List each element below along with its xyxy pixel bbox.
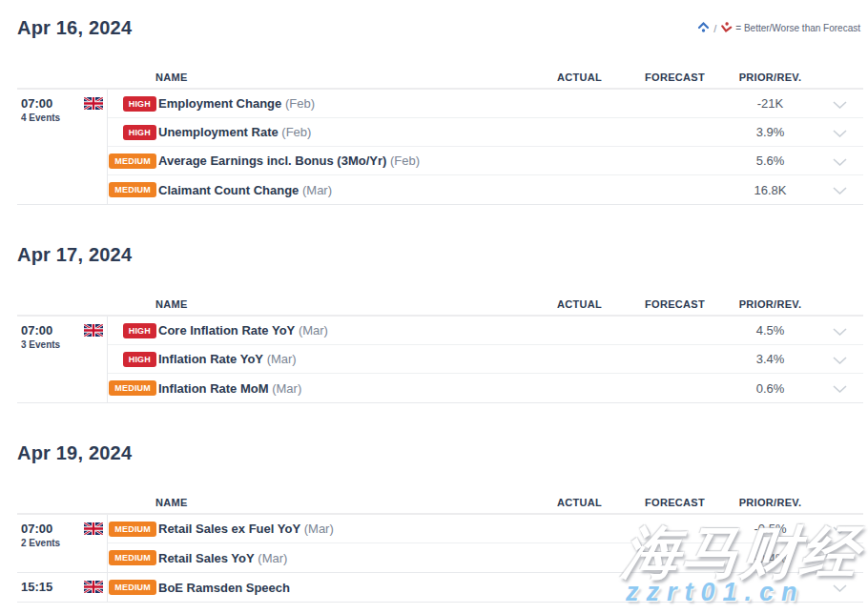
expand-row-button[interactable] — [816, 351, 863, 368]
col-name: NAME — [17, 72, 534, 83]
prior-value: -0.5% — [725, 522, 816, 536]
prior-value: 3.9% — [725, 125, 816, 139]
time-group: 07:00 4 Events HIGH Employment Change (F… — [17, 90, 863, 205]
uk-flag-icon — [84, 522, 103, 535]
event-row[interactable]: MEDIUM Claimant Count Change (Mar) 16.8K — [108, 175, 863, 204]
col-name: NAME — [17, 497, 534, 508]
time-cell: 15:15 — [17, 573, 108, 602]
event-row[interactable]: HIGH Employment Change (Feb) -21K — [108, 90, 863, 118]
event-row[interactable]: HIGH Unemployment Rate (Feb) 3.9% — [108, 118, 863, 147]
time-cell: 07:00 4 Events — [17, 90, 108, 204]
event-row[interactable]: HIGH Core Inflation Rate YoY (Mar) 4.5% — [108, 317, 863, 345]
expand-row-button[interactable] — [816, 579, 863, 596]
table-header-row: NAME ACTUAL FORECAST PRIOR/REV. — [17, 293, 863, 317]
badge-slot: HIGH — [112, 96, 156, 112]
chevron-down-icon — [833, 521, 847, 538]
chevron-down-icon — [833, 322, 847, 339]
badge-slot: MEDIUM — [112, 380, 156, 396]
event-name-cell: Inflation Rate MoM (Mar) — [158, 381, 534, 396]
event-period: (Feb) — [285, 96, 315, 111]
expand-row-button[interactable] — [816, 181, 863, 198]
prior-value: 16.8K — [725, 183, 816, 197]
col-actual: ACTUAL — [534, 298, 625, 310]
event-period: (Mar) — [258, 551, 287, 565]
events-count: 3 Events — [21, 339, 107, 350]
chevron-down-icon — [833, 379, 847, 397]
event-name-cell: Retail Sales YoY (Mar) — [158, 551, 534, 565]
events-count: 4 Events — [21, 113, 107, 123]
prior-value: 3.4% — [725, 352, 816, 366]
event-row[interactable]: MEDIUM BoE Ramsden Speech — [108, 573, 863, 602]
event-row[interactable]: HIGH Inflation Rate YoY (Mar) 3.4% — [108, 345, 863, 374]
col-prior: PRIOR/REV. — [725, 298, 816, 310]
time-group: 07:00 3 Events HIGH Core Inflation Rate … — [17, 317, 863, 403]
chevron-down-icon — [833, 124, 847, 141]
time-group: 15:15 MEDIUM BoE Ramsden Speech — [17, 573, 863, 603]
col-prior: PRIOR/REV. — [725, 497, 816, 508]
badge-slot: MEDIUM — [112, 550, 156, 565]
table-body: 07:00 2 Events MEDIUM Retail Sales ex Fu… — [17, 515, 863, 603]
importance-badge: MEDIUM — [109, 580, 156, 595]
importance-badge: HIGH — [123, 125, 156, 140]
event-period: (Mar) — [272, 381, 301, 396]
expand-row-button[interactable] — [816, 124, 863, 141]
section-date: Apr 17, 2024 — [17, 244, 868, 266]
event-name-cell: Inflation Rate YoY (Mar) — [158, 352, 534, 366]
prior-value: 4.5% — [725, 323, 816, 338]
chevron-down-icon — [833, 181, 847, 198]
event-name: Inflation Rate MoM — [158, 381, 269, 396]
col-prior: PRIOR/REV. — [725, 72, 816, 83]
legend: / = Better/Worse than Forecast — [697, 21, 860, 35]
badge-slot: HIGH — [112, 125, 156, 140]
worse-than-forecast-icon — [719, 20, 734, 36]
expand-row-button[interactable] — [816, 322, 863, 339]
prior-value: 5.6% — [725, 154, 816, 168]
event-row[interactable]: MEDIUM Average Earnings incl. Bonus (3Mo… — [108, 147, 863, 175]
badge-slot: HIGH — [112, 352, 156, 367]
expand-row-button[interactable] — [816, 379, 863, 397]
badge-slot: HIGH — [112, 323, 156, 338]
event-name-cell: Claimant Count Change (Mar) — [158, 183, 534, 197]
event-row[interactable]: MEDIUM Retail Sales ex Fuel YoY (Mar) -0… — [108, 515, 863, 543]
table-body: 07:00 3 Events HIGH Core Inflation Rate … — [17, 317, 863, 403]
expand-row-button[interactable] — [816, 95, 863, 113]
table-body: 07:00 4 Events HIGH Employment Change (F… — [17, 90, 863, 205]
event-name: Unemployment Rate — [158, 125, 279, 139]
event-row[interactable]: MEDIUM Retail Sales YoY (Mar) -0.4% — [108, 543, 863, 572]
event-name: Core Inflation Rate YoY — [158, 323, 295, 338]
col-actual: ACTUAL — [534, 72, 625, 83]
prior-value: -0.4% — [725, 551, 816, 565]
chevron-down-icon — [833, 549, 847, 566]
event-name-cell: Core Inflation Rate YoY (Mar) — [158, 323, 534, 338]
uk-flag-icon — [84, 97, 103, 110]
events-count: 2 Events — [21, 538, 107, 548]
col-forecast: FORECAST — [625, 72, 725, 83]
event-row[interactable]: MEDIUM Inflation Rate MoM (Mar) 0.6% — [108, 374, 863, 402]
event-name-cell: Employment Change (Feb) — [158, 96, 534, 111]
table-header-row: NAME ACTUAL FORECAST PRIOR/REV. — [17, 66, 863, 90]
chevron-down-icon — [833, 153, 847, 170]
expand-row-button[interactable] — [816, 549, 863, 566]
events-table: NAME ACTUAL FORECAST PRIOR/REV. 07:00 3 … — [17, 293, 863, 403]
calendar-sections: Apr 16, 2024 NAME ACTUAL FORECAST PRIOR/… — [0, 17, 868, 603]
importance-badge: MEDIUM — [109, 154, 156, 169]
event-name-cell: Unemployment Rate (Feb) — [158, 125, 534, 139]
prior-value: 0.6% — [725, 381, 816, 396]
importance-badge: HIGH — [123, 96, 156, 112]
importance-badge: MEDIUM — [109, 182, 156, 197]
event-name: BoE Ramsden Speech — [158, 581, 290, 595]
expand-row-button[interactable] — [816, 521, 863, 538]
chevron-down-icon — [833, 95, 847, 113]
importance-badge: MEDIUM — [109, 550, 156, 565]
calendar-section: Apr 17, 2024 NAME ACTUAL FORECAST PRIOR/… — [0, 244, 868, 403]
expand-row-button[interactable] — [816, 153, 863, 170]
event-name: Employment Change — [158, 96, 281, 111]
badge-slot: MEDIUM — [112, 580, 156, 595]
importance-badge: HIGH — [123, 323, 156, 338]
event-period: (Mar) — [267, 352, 297, 366]
calendar-section: Apr 16, 2024 NAME ACTUAL FORECAST PRIOR/… — [0, 17, 868, 205]
col-name: NAME — [17, 298, 534, 310]
uk-flag-icon — [84, 324, 103, 337]
event-name: Average Earnings incl. Bonus (3Mo/Yr) — [158, 154, 386, 168]
event-name-cell: BoE Ramsden Speech — [158, 581, 534, 595]
